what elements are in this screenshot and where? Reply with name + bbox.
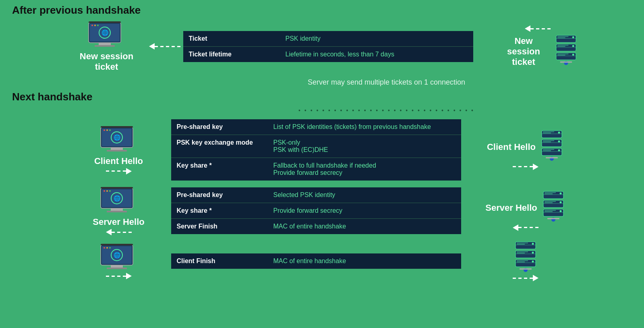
client-hello-server-label: Client Hello [487, 142, 536, 152]
field-name: Pre-shared key [171, 187, 268, 203]
svg-text:🌐: 🌐 [113, 252, 120, 259]
new-session-table: Ticket PSK identity Ticket lifetime Lief… [183, 31, 473, 62]
svg-point-8 [94, 25, 96, 26]
svg-rect-6 [95, 45, 115, 47]
svg-rect-31 [101, 126, 133, 128]
server-icon-client-finish [514, 241, 538, 273]
svg-rect-33 [107, 150, 127, 152]
server-side-client-finish [485, 241, 566, 281]
field-name: PSK key exchange mode [171, 135, 268, 158]
svg-point-22 [572, 54, 574, 56]
svg-point-71 [559, 201, 561, 203]
client-side-server-hello: 🌐 Server Hello [79, 186, 159, 235]
arrow-line-new-session [155, 46, 181, 47]
field-name: Pre-shared key [171, 119, 268, 135]
svg-rect-60 [107, 211, 127, 212]
svg-rect-85 [101, 244, 133, 245]
svg-point-62 [106, 190, 108, 192]
arrow-line-client-finish-left [106, 276, 126, 277]
svg-point-66 [559, 192, 561, 194]
client-finish-row: 🌐 Client Finish MAC of entire handshake [12, 241, 632, 281]
svg-rect-73 [545, 202, 553, 203]
table-row: Pre-shared key List of PSK identities (t… [171, 119, 461, 135]
after-header: After previous handshake [12, 4, 632, 17]
svg-rect-41 [543, 133, 551, 133]
svg-point-12 [572, 36, 574, 38]
svg-point-34 [104, 129, 105, 131]
client-side-client-hello: 🌐 Client Hello [79, 125, 159, 174]
arrow-head-left-server-hello [106, 229, 112, 235]
table-row: Client Finish MAC of entire handshake [171, 253, 461, 269]
svg-rect-67 [545, 192, 556, 193]
svg-rect-19 [557, 46, 565, 47]
svg-text:🌐: 🌐 [101, 29, 108, 36]
field-name: Ticket lifetime [183, 46, 280, 62]
svg-point-88 [104, 247, 105, 249]
svg-rect-100 [517, 253, 525, 253]
arrow-line-client-hello-left [106, 170, 126, 172]
svg-point-36 [109, 129, 111, 131]
svg-point-17 [572, 45, 574, 47]
next-header: Next handshake [12, 91, 632, 103]
server-side-server-hello: Server Hello [485, 191, 566, 231]
svg-point-39 [558, 131, 560, 133]
svg-rect-18 [557, 45, 568, 46]
svg-point-49 [558, 149, 560, 151]
svg-rect-99 [517, 251, 528, 252]
table-row: Ticket PSK identity [183, 31, 473, 47]
svg-rect-86 [111, 265, 123, 268]
server-hello-row: 🌐 Server Hello Pre-shared key Selected P… [12, 186, 632, 235]
arrow-line-new-session-right [530, 28, 551, 29]
server-hello-client-label: Server Hello [93, 217, 144, 227]
field-value: Provide forward secrecy [268, 203, 461, 218]
svg-point-93 [532, 243, 534, 245]
svg-rect-80 [547, 218, 559, 219]
arrow-head-left-new-session [149, 43, 155, 50]
svg-point-98 [532, 252, 534, 254]
arrow-head-right-client-finish [126, 273, 132, 279]
field-name: Client Finish [171, 253, 268, 269]
svg-rect-24 [557, 55, 565, 56]
svg-point-35 [106, 129, 108, 131]
field-name: Key share * [171, 158, 268, 181]
field-value: MAC of entire handshake [268, 218, 461, 234]
field-value: MAC of entire handshake [268, 253, 461, 269]
svg-rect-59 [111, 208, 123, 211]
server-side-client-hello: Client Hello [485, 130, 566, 170]
svg-point-89 [106, 247, 108, 249]
server-icon-new-session [554, 34, 578, 66]
svg-point-7 [91, 25, 93, 26]
computer-icon-client-hello: 🌐 [99, 125, 139, 154]
svg-rect-94 [517, 243, 528, 243]
svg-rect-13 [557, 36, 568, 37]
svg-rect-5 [99, 43, 111, 45]
svg-rect-105 [517, 262, 525, 262]
client-side-new-session: 🌐 New sessionticket [66, 21, 147, 73]
field-value: PSK-onlyPSK with (EC)DHE [268, 135, 461, 158]
svg-rect-95 [517, 244, 525, 245]
field-name: Key share * [171, 203, 268, 218]
svg-rect-4 [89, 21, 121, 23]
svg-rect-50 [543, 149, 554, 150]
svg-rect-32 [111, 147, 123, 150]
svg-rect-68 [545, 193, 553, 194]
computer-icon-server-hello: 🌐 [99, 186, 139, 214]
svg-rect-78 [545, 211, 553, 212]
table-row: Key share * Fallback to full handshake i… [171, 158, 461, 181]
field-value: Fallback to full handshake if neededProv… [268, 158, 461, 181]
table-row: Key share * Provide forward secrecy [171, 203, 461, 218]
main-page: After previous handshake 🌐 New sessionti… [0, 0, 644, 328]
svg-point-61 [104, 190, 105, 192]
svg-rect-14 [557, 37, 565, 38]
arrow-head-right-client-hello [126, 168, 132, 174]
table-row: Server Finish MAC of entire handshake [171, 218, 461, 234]
client-finish-table: Client Finish MAC of entire handshake [171, 253, 461, 269]
new-session-client-label: New sessionticket [80, 51, 133, 73]
table-row: Ticket lifetime Liefetime in seconds, le… [183, 46, 473, 62]
svg-text:🌐: 🌐 [113, 134, 120, 141]
arrow-head-left-new-session-right [525, 25, 530, 32]
center-note: Server may send multiple tickets on 1 co… [12, 78, 632, 87]
field-name: Server Finish [171, 218, 268, 234]
computer-icon-new-session: 🌐 [87, 21, 127, 49]
table-row: PSK key exchange mode PSK-onlyPSK with (… [171, 135, 461, 158]
